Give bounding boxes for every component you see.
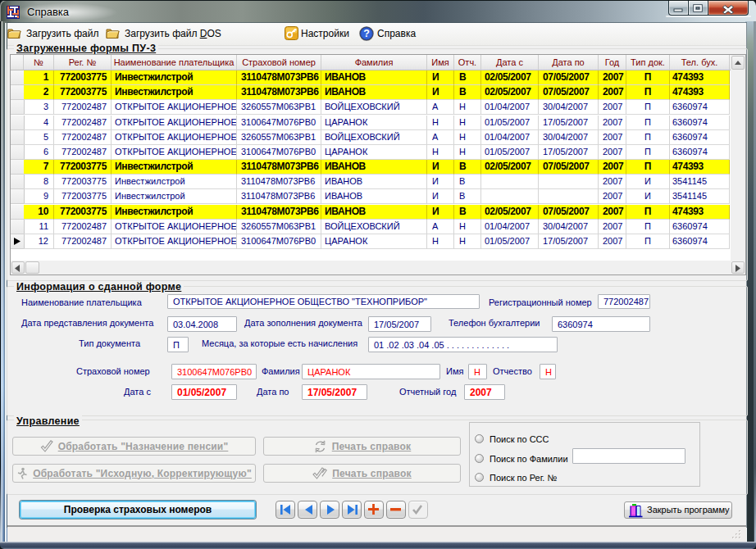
svg-text:?: ? — [363, 28, 370, 39]
